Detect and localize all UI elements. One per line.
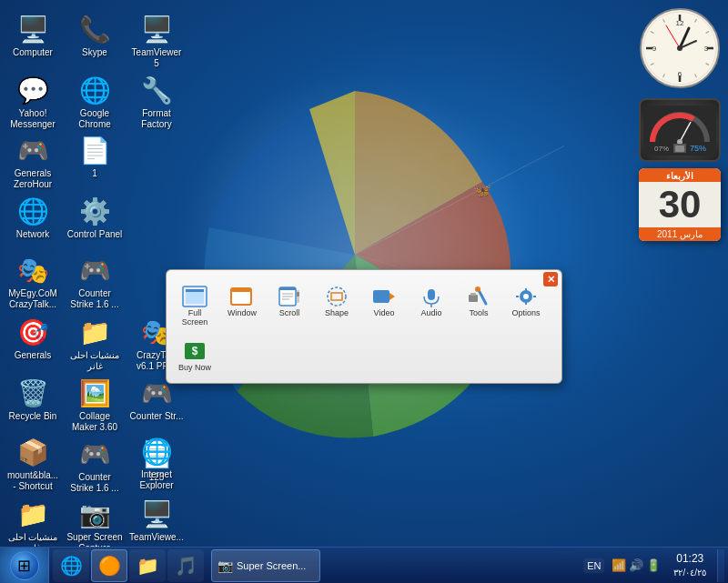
taskbar-chrome-btn[interactable]: 🟠 bbox=[91, 549, 127, 582]
icon-chrome[interactable]: 🌐 GoogleChrome bbox=[64, 70, 126, 134]
toolbar-fullscreen-btn[interactable]: Full Screen bbox=[172, 279, 217, 332]
svg-point-24 bbox=[677, 45, 682, 51]
svg-rect-50 bbox=[469, 295, 478, 302]
meter-widget: 75% 07% bbox=[639, 98, 721, 162]
icon-mount[interactable]: 📦 mount&bla...- Shortcut bbox=[2, 432, 64, 496]
svg-text:07%: 07% bbox=[654, 145, 669, 153]
calendar-day-name: الأربعاء bbox=[639, 168, 721, 182]
taskbar-ie-btn[interactable]: 🌐 bbox=[53, 549, 89, 582]
svg-text:$: $ bbox=[192, 345, 198, 357]
svg-text:6: 6 bbox=[678, 70, 682, 78]
calendar-widget[interactable]: الأربعاء 30 مارس 2011 bbox=[639, 168, 721, 241]
toolbar-buynow-btn[interactable]: $ Buy Now bbox=[172, 334, 217, 377]
icon-skype[interactable]: 📞 Skype bbox=[64, 9, 126, 62]
windows-logo bbox=[146, 45, 564, 464]
network-tray-icon: 📶 bbox=[612, 558, 626, 572]
svg-point-53 bbox=[475, 286, 480, 292]
taskbar-media-btn[interactable]: 🎵 bbox=[167, 549, 204, 582]
svg-line-52 bbox=[479, 290, 486, 304]
svg-marker-47 bbox=[389, 293, 395, 300]
toolbar-shape-btn[interactable]: Shape bbox=[314, 279, 359, 332]
toolbar-window-btn[interactable]: Window bbox=[219, 279, 265, 332]
butterfly: 🦋 bbox=[473, 182, 491, 199]
icon-arabic2[interactable]: 📁 منشيات احلى غانر bbox=[64, 312, 126, 376]
svg-rect-51 bbox=[470, 293, 476, 296]
icon-yahoo[interactable]: 💬 Yahoo!Messenger bbox=[2, 70, 64, 134]
toolbar-tools-btn[interactable]: Tools bbox=[456, 279, 501, 332]
system-tray: 📶 🔊 🔋 bbox=[608, 558, 664, 572]
icon-ie2[interactable]: 🌐 InternetExplorer bbox=[126, 431, 187, 495]
toolbar-scroll-btn[interactable]: Scroll bbox=[267, 279, 312, 332]
icon-network[interactable]: 🌐 Network bbox=[2, 191, 64, 244]
svg-point-55 bbox=[523, 294, 529, 299]
icon-teamviewer2[interactable]: 🖥️ TeamViewe... bbox=[126, 494, 187, 547]
svg-rect-36 bbox=[231, 288, 251, 292]
icon-format[interactable]: 🔧 FormatFactory bbox=[126, 70, 187, 134]
taskbar-pinned-items: 🌐 🟠 📁 🎵 bbox=[49, 548, 207, 584]
svg-text:3: 3 bbox=[704, 45, 709, 53]
icon-computer[interactable]: 🖥️ Computer bbox=[2, 9, 64, 62]
toolbar-audio-btn[interactable]: Audio bbox=[409, 279, 454, 332]
svg-rect-46 bbox=[373, 290, 389, 303]
taskbar-right: EN 📶 🔊 🔋 01:23 ٣٢/٠٤/٢٥ bbox=[583, 548, 728, 584]
taskbar: ⊞ 🌐 🟠 📁 🎵 📷 Super Screen... EN 📶 bbox=[0, 547, 728, 583]
icon-generals[interactable]: 🎮 GeneralsZeroHour bbox=[2, 130, 64, 194]
show-desktop-button[interactable] bbox=[717, 549, 724, 582]
icon-recycle[interactable]: 🗑️ Recycle Bin bbox=[2, 373, 64, 426]
battery-tray-icon: 🔋 bbox=[646, 558, 661, 572]
icon-myegy[interactable]: 🎭 MyEgy.CoMCrazyTalk... bbox=[2, 250, 64, 314]
svg-text:75%: 75% bbox=[690, 144, 706, 153]
svg-rect-48 bbox=[428, 289, 435, 300]
icon-cs16[interactable]: 🎮 CounterStrike 1.6 ... bbox=[64, 250, 126, 314]
svg-rect-43 bbox=[297, 292, 299, 297]
icon-collage2[interactable]: 🖼️ CollageMaker 3.60 bbox=[64, 373, 126, 437]
svg-rect-45 bbox=[331, 293, 342, 300]
icon-generals2[interactable]: 🎯 Generals bbox=[2, 312, 64, 365]
start-button[interactable]: ⊞ bbox=[0, 548, 49, 584]
desktop: 🦋 🖥️ Computer 💬 Yahoo!Messenger 🎮 Genera… bbox=[0, 0, 728, 583]
icon-cs116[interactable]: 🎮 CounterStrike 1.6 ... bbox=[64, 434, 126, 498]
svg-rect-29 bbox=[675, 146, 684, 152]
svg-text:12: 12 bbox=[676, 19, 684, 27]
svg-text:9: 9 bbox=[652, 45, 657, 53]
toolbar-options-btn[interactable]: Options bbox=[503, 279, 549, 332]
svg-rect-34 bbox=[186, 289, 204, 292]
svg-line-1 bbox=[355, 136, 564, 255]
windows-orb: ⊞ bbox=[10, 551, 39, 580]
taskbar-explorer-btn[interactable]: 📁 bbox=[129, 549, 166, 582]
toolbar-popup: ✕ Full Screen bbox=[166, 269, 562, 384]
clock-widget: 12 3 6 9 bbox=[639, 7, 721, 89]
toolbar-close-button[interactable]: ✕ bbox=[543, 272, 558, 286]
icon-teamviewer[interactable]: 🖥️ TeamViewer5 bbox=[126, 9, 187, 73]
calendar-day-number: 30 bbox=[639, 182, 721, 227]
taskbar-active-window[interactable]: 📷 Super Screen... bbox=[211, 549, 320, 582]
icon-1file[interactable]: 📄 1 bbox=[64, 130, 126, 183]
volume-tray-icon[interactable]: 🔊 bbox=[629, 558, 643, 572]
toolbar-video-btn[interactable]: Video bbox=[361, 279, 407, 332]
calendar-month: مارس 2011 bbox=[639, 227, 721, 241]
toolbar-buttons: Full Screen Window bbox=[172, 279, 556, 377]
language-indicator[interactable]: EN bbox=[583, 558, 604, 573]
svg-rect-38 bbox=[279, 287, 296, 290]
system-clock[interactable]: 01:23 ٣٢/٠٤/٢٥ bbox=[668, 552, 712, 578]
icon-controlpanel[interactable]: ⚙️ Control Panel bbox=[64, 191, 126, 244]
svg-point-44 bbox=[328, 287, 346, 306]
